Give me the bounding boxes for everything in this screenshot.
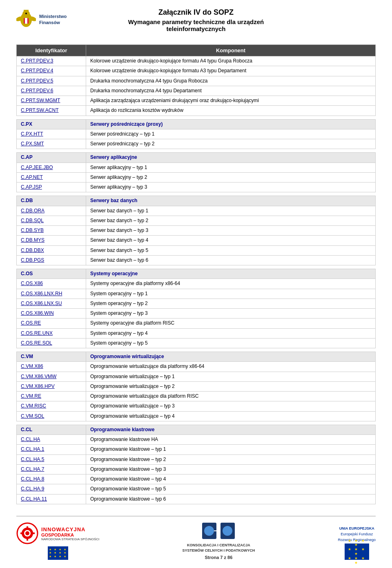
table-row-spacer	[17, 348, 376, 352]
row-id: C.VM.X86.VMW	[17, 372, 86, 381]
row-id: C.PRT.PDEV.6	[17, 86, 86, 96]
table-row[interactable]: C.CL.HAOprogramowanie klastrowe HA	[17, 435, 376, 445]
row-label: Oprogramowanie klastrowe – typ 3	[86, 464, 376, 474]
table-row[interactable]: C.DB.ORASerwer baz danych – typ 1	[17, 206, 376, 216]
table-row[interactable]: C.AP.JSPSerwer aplikacyjny – typ 3	[17, 183, 376, 192]
document-title-main: Wymagane parametry techniczne dla urządz…	[128, 18, 264, 25]
table-row[interactable]: C.VM.REOprogramowanie wirtualizujące dla…	[17, 392, 376, 401]
row-id: C.AP.JSP	[17, 183, 86, 192]
table-row-spacer	[17, 265, 376, 269]
row-id: C.OS.RE.SOL	[17, 338, 86, 348]
header: Ministerstwo Finansów Załącznik IV do SO…	[16, 8, 376, 32]
table-row[interactable]: C.CL.HA.1Oprogramowanie klastrowe – typ …	[17, 445, 376, 454]
table-row[interactable]: C.VM.RISCOprogramowanie wirtualizujące –…	[17, 401, 376, 411]
table-row[interactable]: C.OS.X86.WINSystem operacyjny – typ 3	[17, 309, 376, 319]
table-row[interactable]: C.PX.HTTSerwer pośredniczący – typ 1	[17, 129, 376, 139]
table-row[interactable]: C.PRT.PDEV.3Kolorowe urządzenie drukując…	[17, 56, 376, 66]
table-row[interactable]: C.VM.SOLOprogramowanie wirtualizujące – …	[17, 411, 376, 421]
row-id: C.DB.SYB	[17, 226, 86, 236]
table-row[interactable]: C.PX.SMTSerwer pośredniczący – typ 2	[17, 139, 376, 149]
table-row[interactable]: C.DB.MYSSerwer baz danych – typ 4	[17, 236, 376, 245]
innowacyjna-line1: INNOWACYJNA	[41, 526, 99, 532]
document-title-prefix: Załącznik IV do SOPZ	[128, 8, 264, 17]
table-row[interactable]: C.DB.DBXSerwer baz danych – typ 5	[17, 245, 376, 255]
row-label: Serwer baz danych – typ 4	[86, 236, 376, 245]
row-id: C.OS.RE.UNX	[17, 328, 86, 338]
table-row[interactable]: C.AP.NETSerwer aplikacyjny – typ 2	[17, 172, 376, 182]
row-id: C.VM.RE	[17, 392, 86, 401]
page-number: Strona 7 z 86	[182, 555, 255, 560]
svg-rect-12	[27, 526, 28, 530]
row-id: C.VM.X86	[17, 362, 86, 372]
table-row[interactable]: C.PRT.PDEV.5Drukarka monochromatyczna A4…	[17, 76, 376, 86]
row-id: C.CL.HA.5	[17, 454, 86, 464]
ue-label: UNIA EUROPEJSKA	[339, 526, 374, 530]
row-id: C.PRT.PDEV.5	[17, 76, 86, 86]
table-row[interactable]: C.CL.HA.9Oprogramowanie klastrowe – typ …	[17, 484, 376, 494]
row-label: Kolorowe urządzenie drukująco-kopiujące …	[86, 66, 376, 76]
row-label: Drukarka monochromatyczna A4 typu Depart…	[86, 86, 376, 96]
table-row-spacer	[17, 192, 376, 196]
table-row[interactable]: C.OS.X86.LNX.RHSystem operacyjny – typ 1	[17, 289, 376, 298]
row-id: C.CL.HA.1	[17, 445, 86, 454]
row-label: Oprogramowanie klastrowe – typ 5	[86, 484, 376, 494]
row-label: Serwery pośredniczące (proxy)	[86, 119, 376, 129]
svg-point-5	[25, 13, 27, 14]
header-title: Załącznik IV do SOPZ Wymagane parametry …	[128, 8, 264, 32]
table-row[interactable]: C.OS.X86Systemy operacyjne dla platformy…	[17, 279, 376, 289]
table-row[interactable]: C.VM.X86.HPVOprogramowanie wirtualizując…	[17, 381, 376, 391]
row-id: C.CL.HA.11	[17, 494, 86, 504]
svg-rect-7	[25, 18, 27, 24]
table-row[interactable]: C.OS.X86.LNX.SUSystem operacyjny – typ 2	[17, 298, 376, 308]
table-row[interactable]: C.OS.RE.UNXSystem operacyjny – typ 4	[17, 328, 376, 338]
table-row-spacer	[17, 421, 376, 425]
table-row[interactable]: C.DB.PGSSerwer baz danych – typ 6	[17, 255, 376, 265]
svg-point-19	[223, 526, 232, 536]
row-id: C.VM.RISC	[17, 401, 86, 411]
row-label: Oprogramowanie klastrowe – typ 4	[86, 474, 376, 484]
main-table: Identyfikator Komponent C.PRT.PDEV.3Kolo…	[16, 45, 376, 508]
row-label: Oprogramowanie klastrowe HA	[86, 435, 376, 445]
row-id: C.AP	[17, 153, 86, 163]
logo-ministry-text: Ministerstwo Finansów	[39, 13, 67, 25]
table-row[interactable]: C.CL.HA.8Oprogramowanie klastrowe – typ …	[17, 474, 376, 484]
logo-area: Ministerstwo Finansów	[16, 8, 67, 31]
konsolidacja-icon	[200, 521, 237, 541]
table-row[interactable]: C.DB.SYBSerwer baz danych – typ 3	[17, 226, 376, 236]
row-id: C.PRT.PDEV.3	[17, 56, 86, 66]
row-label: Oprogramowanie klastrowe – typ 2	[86, 454, 376, 464]
table-row[interactable]: C.CL.HA.5Oprogramowanie klastrowe – typ …	[17, 454, 376, 464]
table-row[interactable]: C.OS.RESystemy operacyjne dla platform R…	[17, 319, 376, 328]
row-label: Kolorowe urządzenie drukująco-kopiujące …	[86, 56, 376, 66]
row-id: C.DB.SQL	[17, 216, 86, 225]
table-row[interactable]: C.DB.SQLSerwer baz danych – typ 2	[17, 216, 376, 225]
row-id: C.OS.X86.LNX.SU	[17, 298, 86, 308]
eu-flag-small: ★ ★ ★ ★★ ★ ★ ★★ ★ ★ ★	[48, 546, 68, 560]
eagle-logo	[16, 8, 36, 31]
row-label: Systemy operacyjne dla platformy x86-64	[86, 279, 376, 289]
row-id: C.AP.JEE.JBO	[17, 163, 86, 172]
table-row[interactable]: C.CL.HA.7Oprogramowanie klastrowe – typ …	[17, 464, 376, 474]
table-row: C.OSSystemy operacyjne	[17, 269, 376, 279]
row-id: C.PX	[17, 119, 86, 129]
row-id: C.OS	[17, 269, 86, 279]
table-row[interactable]: C.AP.JEE.JBOSerwer aplikacyjny – typ 1	[17, 163, 376, 172]
table-row[interactable]: C.PRT.PDEV.6Drukarka monochromatyczna A4…	[17, 86, 376, 96]
row-label: Serwery baz danych	[86, 196, 376, 206]
row-label: Serwer aplikacyjny – typ 1	[86, 163, 376, 172]
table-row[interactable]: C.VM.X86Oprogramowanie wirtualizujące dl…	[17, 362, 376, 372]
table-row[interactable]: C.CL.HA.11Oprogramowanie klastrowe – typ…	[17, 494, 376, 504]
svg-point-18	[204, 526, 214, 536]
table-row[interactable]: C.OS.RE.SOLSystem operacyjny – typ 5	[17, 338, 376, 348]
row-label: Serwer baz danych – typ 5	[86, 245, 376, 255]
footer-center: KONSOLIDACJA I CENTRALIZACJA SYSTEMÓW CE…	[182, 521, 255, 560]
innowacyjna-logo-area: INNOWACYJNA GOSPODARKA NARODOWA STRATEGI…	[16, 522, 99, 545]
row-label: Serwer pośredniczący – typ 1	[86, 129, 376, 139]
table-row[interactable]: C.PRT.PDEV.4Kolorowe urządzenie drukując…	[17, 66, 376, 76]
svg-rect-11	[31, 532, 35, 534]
table-row[interactable]: C.PRT.SW.ACNTAplikacja do rozliczania ko…	[17, 106, 376, 116]
table-row[interactable]: C.PRT.SW.MGMTAplikacja zarządzająca urzą…	[17, 96, 376, 106]
row-label: Oprogramowanie wirtualizujące – typ 2	[86, 381, 376, 391]
row-label: Serwer baz danych – typ 2	[86, 216, 376, 225]
table-row[interactable]: C.VM.X86.VMWOprogramowanie wirtualizując…	[17, 372, 376, 381]
